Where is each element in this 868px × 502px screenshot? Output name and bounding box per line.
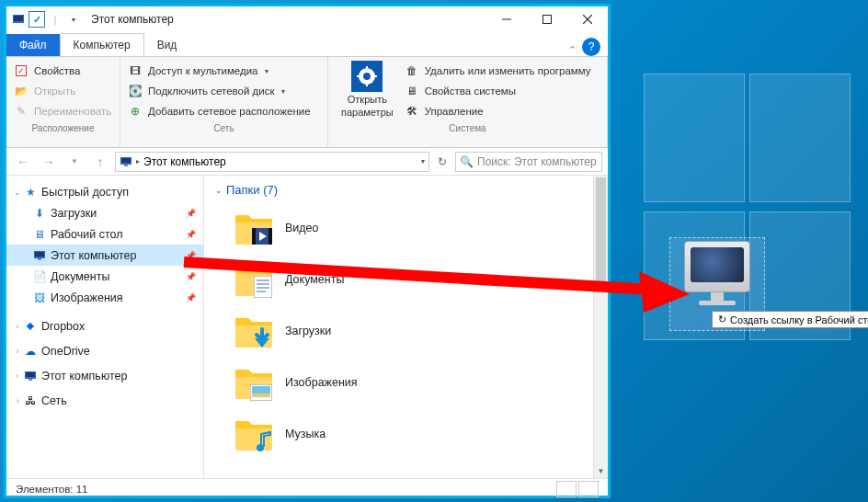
chevron-right-icon: › — [12, 371, 23, 381]
chevron-down-icon: ⌄ — [215, 186, 223, 195]
svg-rect-9 — [366, 83, 368, 86]
ribbon-sys-props[interactable]: 🖥Свойства системы — [405, 81, 591, 101]
group-header-folders[interactable]: ⌄Папки (7) — [215, 183, 597, 197]
tree-desktop[interactable]: 🖥Рабочий стол📌 — [6, 223, 203, 245]
system-menu-icon[interactable] — [10, 11, 27, 28]
ribbon-collapse-icon[interactable]: ⌃ — [568, 44, 577, 56]
ribbon-uninstall[interactable]: 🗑Удалить или изменить программу — [405, 61, 591, 81]
qat-divider: | — [47, 11, 63, 28]
tab-file[interactable]: Файл — [6, 34, 60, 56]
chevron-right-icon: › — [12, 396, 23, 405]
cloud-icon: ☁ — [23, 344, 38, 359]
document-icon: 📄 — [32, 269, 47, 284]
help-button[interactable]: ? — [582, 38, 600, 56]
ribbon-properties[interactable]: ✓Свойства — [14, 61, 112, 81]
maximize-button[interactable] — [527, 6, 567, 32]
svg-point-7 — [363, 73, 371, 80]
nav-back-button[interactable]: ← — [12, 151, 34, 173]
tree-pictures[interactable]: 🖼Изображения📌 — [6, 287, 203, 308]
address-dropdown-icon[interactable]: ▾ — [421, 157, 425, 165]
ribbon-open: 📂Открыть — [14, 81, 112, 101]
desktop-icon: 🖥 — [32, 227, 47, 242]
tab-view[interactable]: Вид — [144, 34, 190, 56]
folder-documents[interactable]: Документы — [234, 254, 597, 305]
ribbon-group-system-label: Система — [336, 121, 600, 133]
chevron-right-icon: › — [12, 347, 23, 356]
ribbon-manage[interactable]: 🛠Управление — [405, 101, 591, 121]
add-location-icon: ⊕ — [128, 104, 143, 119]
pin-icon: 📌 — [186, 272, 196, 281]
ribbon-open-settings[interactable]: Открыть параметры — [336, 61, 399, 121]
svg-rect-33 — [252, 394, 270, 397]
star-icon: ★ — [23, 185, 38, 200]
ribbon-tabs: Файл Компьютер Вид ⌃ ? — [6, 32, 608, 56]
explorer-window: ✓ | ▼ Этот компьютер Файл Компьютер Вид … — [4, 4, 611, 498]
nav-history-button[interactable]: ▼ — [63, 151, 86, 173]
tree-this-pc-pinned[interactable]: Этот компьютер📌 — [6, 245, 203, 266]
pin-icon: 📌 — [186, 251, 196, 260]
close-button[interactable] — [567, 6, 608, 32]
this-pc-icon — [32, 248, 47, 263]
qat-properties-icon[interactable]: ✓ — [29, 11, 45, 28]
chevron-right-icon[interactable]: ▸ — [136, 157, 140, 165]
svg-rect-8 — [366, 66, 368, 70]
scroll-down-button[interactable]: ▼ — [594, 463, 608, 478]
qat-dropdown-icon[interactable]: ▼ — [65, 11, 82, 28]
link-icon: ↻ — [718, 314, 726, 325]
refresh-button[interactable]: ↻ — [433, 155, 451, 168]
tree-onedrive[interactable]: ›☁OneDrive — [6, 340, 203, 361]
uninstall-icon: 🗑 — [405, 63, 419, 78]
svg-rect-3 — [543, 16, 552, 24]
svg-marker-30 — [255, 338, 269, 348]
tree-documents[interactable]: 📄Документы📌 — [6, 266, 203, 287]
content-area[interactable]: ⌄Папки (7) Видео Документы Загрузки Изоб… — [204, 176, 608, 478]
quick-access-toolbar: ✓ | ▼ — [6, 11, 86, 28]
svg-rect-10 — [357, 75, 360, 77]
minimize-button[interactable] — [486, 6, 527, 32]
folder-pictures[interactable]: Изображения — [234, 357, 597, 408]
search-placeholder: Поиск: Этот компьютер — [477, 155, 597, 168]
folder-downloads[interactable]: Загрузки — [234, 305, 597, 357]
drop-tooltip: ↻ Создать ссылку в Рабочий стол — [712, 311, 868, 328]
window-title: Этот компьютер — [86, 13, 486, 26]
ribbon-map-drive[interactable]: 💽Подключить сетевой диск▼ — [128, 81, 320, 101]
svg-rect-11 — [373, 75, 377, 77]
view-details-button[interactable] — [556, 481, 577, 497]
rename-icon: ✎ — [14, 104, 29, 119]
navbar: ← → ▼ ↑ ▸ Этот компьютер ▾ ↻ 🔍 Поиск: Эт… — [6, 148, 608, 176]
manage-icon: 🛠 — [405, 104, 419, 119]
ribbon-rename: ✎Переименовать — [14, 101, 112, 121]
folder-music[interactable]: Музыка — [234, 408, 597, 460]
search-box[interactable]: 🔍 Поиск: Этот компьютер — [455, 152, 602, 172]
scroll-thumb[interactable] — [596, 177, 606, 288]
svg-rect-19 — [26, 372, 35, 377]
svg-point-34 — [257, 444, 264, 451]
media-icon: 🎞 — [128, 63, 143, 78]
tab-computer[interactable]: Компьютер — [60, 33, 144, 56]
gear-icon — [351, 61, 383, 92]
sys-props-icon: 🖥 — [405, 84, 419, 98]
tree-downloads[interactable]: ⬇Загрузки📌 — [6, 202, 203, 223]
tree-quick-access[interactable]: ⌄★Быстрый доступ — [6, 181, 203, 202]
pictures-icon: 🖼 — [32, 291, 47, 305]
titlebar[interactable]: ✓ | ▼ Этот компьютер — [6, 6, 608, 32]
address-text: Этот компьютер — [143, 155, 226, 168]
ribbon: ✓Свойства 📂Открыть ✎Переименовать Распол… — [6, 56, 608, 148]
svg-rect-13 — [121, 158, 131, 163]
pin-icon: 📌 — [186, 293, 196, 302]
ribbon-add-location[interactable]: ⊕Добавить сетевое расположение — [128, 101, 320, 121]
tree-network[interactable]: ›🖧Сеть — [6, 390, 203, 411]
address-bar[interactable]: ▸ Этот компьютер ▾ — [115, 152, 429, 172]
vertical-scrollbar[interactable]: ▲ ▼ — [593, 176, 608, 478]
view-large-button[interactable] — [578, 481, 599, 497]
tree-this-pc[interactable]: ›Этот компьютер — [6, 365, 203, 386]
tree-dropbox[interactable]: ›⯁Dropbox — [6, 315, 203, 337]
nav-forward-button: → — [38, 151, 60, 173]
search-icon: 🔍 — [460, 155, 474, 168]
dropbox-icon: ⯁ — [23, 319, 38, 334]
ribbon-media-access[interactable]: 🎞Доступ к мультимедиа▼ — [128, 61, 320, 81]
nav-up-button[interactable]: ↑ — [89, 151, 111, 173]
chevron-down-icon: ⌄ — [12, 188, 23, 197]
svg-rect-23 — [268, 228, 272, 245]
folder-videos[interactable]: Видео — [234, 202, 597, 254]
